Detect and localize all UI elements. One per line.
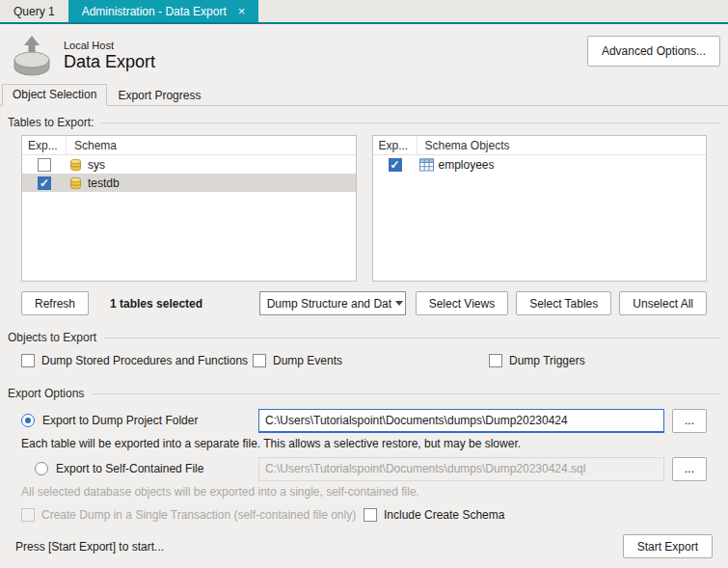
page-title: Data Export <box>64 52 155 72</box>
divider <box>92 393 720 394</box>
schema-objects-header: Exp... Schema Objects <box>373 136 707 155</box>
tab-query-1-label: Query 1 <box>13 5 55 18</box>
single-transaction-checkbox <box>21 508 35 522</box>
include-create-schema-label: Include Create Schema <box>384 508 504 522</box>
self-contained-path-input <box>258 457 664 481</box>
self-contained-option: Export to Self-Contained File <box>21 462 251 475</box>
host-label: Local Host <box>64 40 155 51</box>
select-tables-button[interactable]: Select Tables <box>516 291 611 315</box>
dump-folder-note: Each table will be exported into a separ… <box>8 435 720 454</box>
header-titles: Local Host Data Export <box>64 40 155 72</box>
self-contained-browse-button[interactable]: ... <box>672 457 707 481</box>
schema-list-header: Exp... Schema <box>22 136 356 155</box>
objects-to-export-label: Objects to Export <box>8 331 96 344</box>
dump-stored-procedures-option: Dump Stored Procedures and Functions <box>21 354 253 367</box>
refresh-button[interactable]: Refresh <box>21 291 89 315</box>
schema-row-sys[interactable]: sys <box>22 155 356 174</box>
column-export[interactable]: Exp... <box>373 136 418 154</box>
objects-to-export-header: Objects to Export <box>8 331 720 344</box>
export-panels: Exp... Schema sys <box>8 135 720 282</box>
dump-folder-browse-button[interactable]: ... <box>672 409 707 433</box>
selected-count: 1 tables selected <box>110 297 202 311</box>
dump-type-value: Dump Structure and Dat <box>267 297 391 311</box>
dump-triggers-label: Dump Triggers <box>509 354 585 367</box>
schema-name: testdb <box>88 176 120 190</box>
table-controls: Refresh 1 tables selected Dump Structure… <box>21 291 707 315</box>
dump-folder-path-input[interactable] <box>258 409 664 433</box>
self-contained-label: Export to Self-Contained File <box>56 462 203 475</box>
object-name: employees <box>439 158 495 172</box>
divider <box>104 338 720 338</box>
advanced-options-button[interactable]: Advanced Options... <box>587 36 720 67</box>
dump-stored-procedures-checkbox[interactable] <box>21 354 35 367</box>
schema-name: sys <box>88 158 105 172</box>
export-options-label: Export Options <box>8 387 84 400</box>
dump-folder-option: Export to Dump Project Folder <box>21 414 251 427</box>
unselect-all-button[interactable]: Unselect All <box>619 291 707 315</box>
page-tabs: Object Selection Export Progress <box>0 84 728 106</box>
object-row-employees[interactable]: employees <box>373 155 707 174</box>
tab-query-1[interactable]: Query 1 <box>0 0 68 22</box>
editor-tabbar: Query 1 Administration - Data Export × <box>0 0 728 24</box>
employees-checkbox[interactable] <box>389 158 402 172</box>
chevron-down-icon <box>395 301 403 306</box>
schema-icon <box>68 158 83 172</box>
schema-icon <box>68 176 83 190</box>
column-export[interactable]: Exp... <box>22 136 67 154</box>
dump-triggers-option: Dump Triggers <box>489 354 585 367</box>
tab-object-selection[interactable]: Object Selection <box>2 84 107 106</box>
select-views-button[interactable]: Select Views <box>416 291 508 315</box>
schema-row-testdb[interactable]: testdb <box>22 174 356 192</box>
table-icon <box>419 158 434 172</box>
dump-triggers-checkbox[interactable] <box>489 354 502 367</box>
include-create-schema-option: Include Create Schema <box>364 508 504 522</box>
column-schema-objects[interactable]: Schema Objects <box>418 139 510 152</box>
dump-project-folder-row: Export to Dump Project Folder ... <box>8 406 720 435</box>
self-contained-row: Export to Self-Contained File ... <box>8 454 720 483</box>
divider <box>101 122 720 123</box>
schema-objects-panel: Exp... Schema Objects employees <box>372 135 708 282</box>
dump-events-option: Dump Events <box>253 354 489 367</box>
tab-administration-data-export[interactable]: Administration - Data Export × <box>68 0 259 22</box>
dump-folder-radio[interactable] <box>21 414 35 427</box>
tab-export-progress[interactable]: Export Progress <box>107 85 211 106</box>
schema-list-panel: Exp... Schema sys <box>21 135 357 282</box>
export-options-header: Export Options <box>8 387 720 400</box>
schema-testdb-checkbox[interactable] <box>38 176 51 190</box>
dump-stored-procedures-label: Dump Stored Procedures and Functions <box>41 354 248 367</box>
database-export-icon <box>10 33 54 79</box>
tables-to-export-header: Tables to Export: <box>8 116 720 129</box>
dump-type-dropdown[interactable]: Dump Structure and Dat <box>259 291 406 315</box>
data-export-window: Query 1 Administration - Data Export × L… <box>0 0 728 568</box>
header: Local Host Data Export Advanced Options.… <box>0 24 728 84</box>
objects-to-export-row: Dump Stored Procedures and Functions Dum… <box>8 350 720 371</box>
column-schema[interactable]: Schema <box>67 139 117 152</box>
single-transaction-label: Create Dump in a Single Transaction (sel… <box>41 508 356 522</box>
dump-folder-label: Export to Dump Project Folder <box>42 414 198 427</box>
single-transaction-option: Create Dump in a Single Transaction (sel… <box>21 508 364 522</box>
status-text: Press [Start Export] to start... <box>15 540 164 554</box>
schema-sys-checkbox[interactable] <box>38 158 51 172</box>
tables-to-export-label: Tables to Export: <box>8 116 94 129</box>
self-contained-note: All selected database objects will be ex… <box>8 483 720 502</box>
close-icon[interactable]: × <box>238 5 246 17</box>
dump-flags-row: Create Dump in a Single Transaction (sel… <box>8 502 720 522</box>
tab-admin-label: Administration - Data Export <box>82 5 227 18</box>
dump-events-checkbox[interactable] <box>253 354 266 367</box>
content: Tables to Export: Exp... Schema sys <box>0 106 728 568</box>
include-create-schema-checkbox[interactable] <box>364 508 377 522</box>
dump-events-label: Dump Events <box>273 354 342 367</box>
start-export-button[interactable]: Start Export <box>623 534 713 558</box>
footer: Press [Start Export] to start... Start E… <box>8 525 720 568</box>
self-contained-radio[interactable] <box>35 462 48 475</box>
